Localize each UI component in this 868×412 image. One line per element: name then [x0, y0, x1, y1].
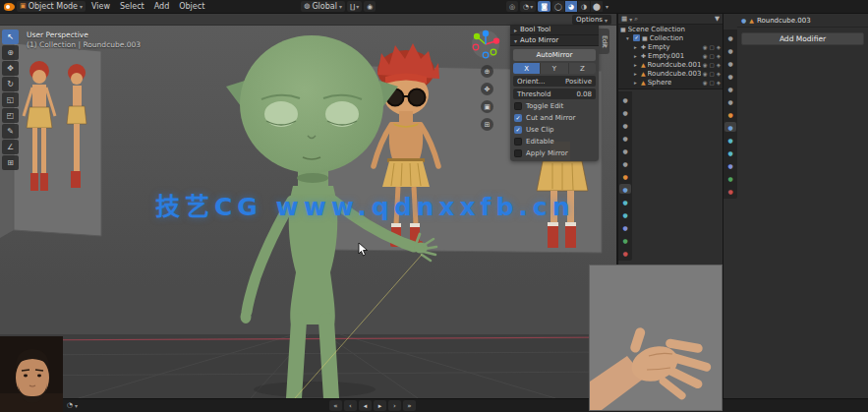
zoom-icon[interactable]: ⊕: [481, 65, 493, 78]
eye-icon[interactable]: ◉: [703, 80, 708, 86]
expand-arrow-icon[interactable]: ▸: [634, 62, 639, 68]
add-cube-tool[interactable]: ⊞: [2, 155, 19, 170]
perspective-toggle-icon[interactable]: ⊞: [481, 118, 493, 131]
options-dropdown[interactable]: Options ▾: [572, 15, 611, 25]
show-gizmo-toggle[interactable]: ◎: [506, 1, 518, 12]
expand-arrow-icon[interactable]: ▸: [634, 53, 639, 59]
use-clip-checkbox[interactable]: ✓ Use Clip: [513, 125, 596, 135]
cut-and-mirror-checkbox[interactable]: ✓ Cut and Mirror: [513, 113, 596, 123]
outliner-row-empty-001[interactable]: ▸ ✚ Empty.001 ◉ ▢ ◈: [618, 51, 723, 60]
outliner-row-scene-collection[interactable]: ▦ Scene Collection: [618, 25, 723, 33]
automirror-button[interactable]: AutoMirror: [513, 49, 596, 61]
screen-icon[interactable]: ▢: [710, 62, 715, 68]
snap-magnet-toggle[interactable]: ∐ ▾: [347, 1, 362, 12]
axis-y-button[interactable]: Y: [541, 63, 568, 74]
tab-object-data[interactable]: ●: [619, 235, 631, 245]
blender-logo-icon[interactable]: [4, 3, 15, 11]
overlays-toggle[interactable]: ◔ ▾: [520, 1, 536, 12]
measure-tool[interactable]: ∠: [2, 140, 19, 154]
threshold-slider[interactable]: Threshold 0.08: [513, 88, 596, 99]
shading-rendered-button[interactable]: ⬤: [591, 1, 604, 12]
next-keyframe-button[interactable]: ›: [388, 400, 401, 411]
expand-arrow-icon[interactable]: ▾: [626, 35, 631, 41]
prev-keyframe-button[interactable]: ‹: [344, 400, 357, 411]
tab-object[interactable]: ●: [724, 109, 736, 119]
camera-icon[interactable]: ◈: [717, 44, 721, 50]
outliner-row-sphere[interactable]: ▸ ▲ Sphere ◉ ▢ ◈: [618, 78, 723, 87]
chevron-down-icon[interactable]: ▾: [629, 16, 632, 23]
camera-icon[interactable]: ◈: [717, 71, 721, 77]
tab-world[interactable]: ●: [724, 96, 736, 106]
tab-tool[interactable]: ●: [619, 94, 631, 104]
cursor-tool[interactable]: ⊕: [2, 45, 19, 60]
rotate-tool[interactable]: ↻: [2, 77, 19, 91]
outliner-row-empty[interactable]: ▸ ✚ Empty ◉ ▢ ◈: [618, 42, 723, 51]
filter-funnel-icon[interactable]: ▼: [715, 15, 720, 23]
tab-output[interactable]: ●: [724, 58, 736, 68]
annotate-tool[interactable]: ✎: [2, 124, 19, 139]
screen-icon[interactable]: ▢: [710, 44, 715, 50]
transform-tool[interactable]: ◰: [2, 108, 19, 123]
outliner-editor-icon[interactable]: ▦: [621, 15, 627, 23]
shading-material-button[interactable]: ◑: [578, 1, 591, 12]
add-modifier-button[interactable]: Add Modifier: [741, 32, 864, 45]
jump-end-button[interactable]: »: [403, 400, 416, 411]
navigation-gizmo[interactable]: [470, 29, 501, 64]
move-tool[interactable]: ✥: [2, 61, 19, 76]
camera-icon[interactable]: ◈: [717, 80, 721, 86]
outliner-row-roundcube-001[interactable]: ▸ ▲ Roundcube.001 ◉ ▢ ◈: [618, 60, 723, 69]
tab-material[interactable]: ●: [619, 248, 631, 258]
tab-particles[interactable]: ●: [619, 197, 631, 206]
tab-view-layer[interactable]: ●: [619, 133, 631, 143]
shading-dropdown-icon[interactable]: ▾: [606, 3, 608, 10]
scale-tool[interactable]: ◱: [2, 92, 19, 107]
proportional-edit-toggle[interactable]: ◉: [364, 1, 376, 12]
apply-mirror-checkbox[interactable]: Apply Mirror: [513, 148, 596, 158]
camera-view-icon[interactable]: ▣: [481, 100, 493, 113]
mode-select[interactable]: ▣ Object Mode ▾: [17, 1, 86, 12]
timeline-editor-select[interactable]: ◔ ▾: [67, 401, 78, 409]
jump-start-button[interactable]: «: [329, 400, 342, 411]
tab-world[interactable]: ●: [619, 158, 631, 168]
axis-x-button[interactable]: X: [513, 63, 541, 74]
tab-render[interactable]: ●: [619, 107, 631, 117]
play-button[interactable]: ▸: [374, 400, 386, 411]
outliner-row-collection[interactable]: ▾ ✓ ▦ Collection: [618, 33, 723, 42]
tab-scene[interactable]: ●: [619, 146, 631, 155]
search-icon[interactable]: ⌕: [634, 15, 638, 23]
tab-material[interactable]: ●: [724, 186, 736, 196]
automirror-section-header[interactable]: ▾ Auto Mirror: [510, 35, 599, 46]
tab-physics[interactable]: ●: [619, 209, 631, 219]
eye-icon[interactable]: ◉: [703, 71, 708, 77]
outliner-row-roundcube-003[interactable]: ▸ ▲ Roundcube.003 ◉ ▢ ◈: [618, 69, 723, 78]
editable-checkbox[interactable]: Editable: [513, 137, 596, 147]
screen-icon[interactable]: ▢: [710, 53, 715, 59]
shading-wireframe-button[interactable]: ◯: [552, 1, 565, 12]
menu-object[interactable]: Object: [175, 1, 208, 12]
expand-arrow-icon[interactable]: ▸: [634, 80, 639, 86]
collection-checkbox[interactable]: ✓: [633, 34, 640, 41]
menu-add[interactable]: Add: [150, 1, 174, 12]
axis-z-button[interactable]: Z: [569, 63, 596, 74]
eye-icon[interactable]: ◉: [703, 53, 708, 59]
eye-icon[interactable]: ◉: [703, 62, 708, 68]
tab-scene[interactable]: ●: [724, 84, 736, 93]
tab-object[interactable]: ●: [619, 171, 631, 181]
screen-icon[interactable]: ▢: [710, 71, 715, 77]
3d-viewport[interactable]: Options ▾ ↖ ⊕ ✥ ↻ ◱ ◰ ✎ ∠ ⊞ User Perspec…: [0, 14, 616, 398]
tab-modifiers[interactable]: ●: [724, 122, 736, 132]
booltool-section-header[interactable]: ▸ Bool Tool: [510, 25, 599, 35]
shading-solid-button[interactable]: ◕: [565, 1, 578, 12]
tab-constraints[interactable]: ●: [724, 160, 736, 170]
tab-tool[interactable]: ●: [724, 32, 736, 42]
select-box-tool[interactable]: ↖: [2, 29, 19, 44]
orientation-select[interactable]: ◍ Global ▾: [301, 1, 345, 12]
camera-icon[interactable]: ◈: [717, 53, 721, 59]
menu-select[interactable]: Select: [116, 1, 148, 12]
screen-icon[interactable]: ▢: [710, 80, 715, 86]
tab-constraints[interactable]: ●: [619, 222, 631, 232]
orientation-dropdown[interactable]: Orient... Positive: [513, 76, 596, 87]
tab-object-data[interactable]: ●: [724, 173, 736, 183]
tab-modifiers[interactable]: ●: [619, 184, 631, 194]
tab-particles[interactable]: ●: [724, 135, 736, 145]
